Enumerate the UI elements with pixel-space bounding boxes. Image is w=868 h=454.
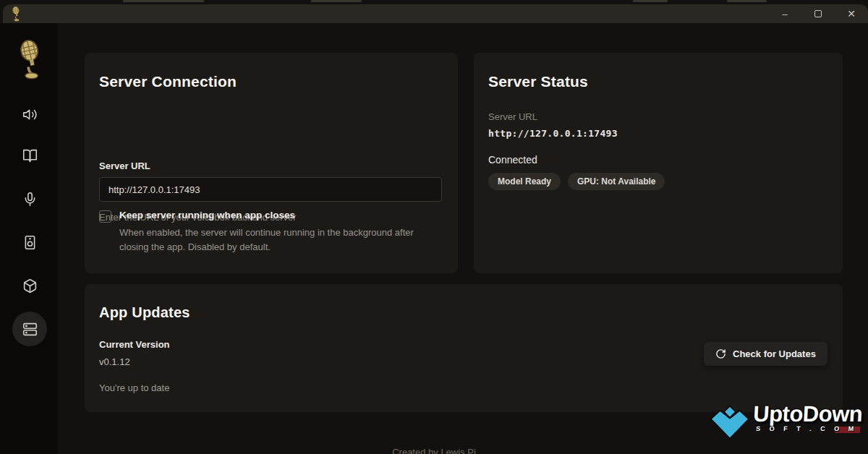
footer-credit: Created by Lewis Pi (392, 447, 476, 454)
keep-server-running-label: Keep server running when app closes (119, 210, 295, 220)
clipped-text-fragment (311, 0, 362, 2)
panel-title: Server Status (488, 73, 588, 90)
sidebar (0, 23, 58, 454)
maximize-button[interactable] (801, 4, 835, 23)
app-updates-panel: App Updates Current Version v0.1.12 You'… (85, 284, 843, 412)
sidebar-item-library[interactable] (12, 138, 47, 173)
status-badges: Model Ready GPU: Not Available (488, 173, 665, 190)
titlebar: – ✕ (3, 4, 868, 23)
watermark-brand: UptoDown (753, 403, 864, 425)
sidebar-item-record[interactable] (12, 181, 47, 216)
connection-state: Connected (488, 154, 537, 166)
app-logo-icon (10, 6, 22, 22)
maximize-icon (814, 10, 822, 17)
minimize-button[interactable]: – (768, 4, 801, 23)
app-logo-icon (14, 39, 45, 80)
speaker-icon (22, 235, 38, 250)
sidebar-item-speaker[interactable] (12, 225, 47, 260)
clipped-text-fragment (727, 0, 767, 2)
microphone-icon (22, 192, 38, 207)
sidebar-item-server-settings[interactable] (12, 312, 47, 346)
status-url-value: http://127.0.0.1:17493 (488, 128, 618, 139)
server-url-label: Server URL (99, 160, 150, 171)
keep-server-running-checkbox[interactable] (99, 210, 111, 223)
panel-title: Server Connection (99, 73, 237, 90)
server-connection-panel: Server Connection Server URL Enter the U… (85, 53, 458, 273)
update-status-text: You're up to date (99, 382, 169, 393)
keep-server-running-description: When enabled, the server will continue r… (119, 226, 445, 254)
refresh-icon (715, 348, 726, 359)
app-window: – ✕ (0, 0, 868, 454)
clipped-text-fragment (633, 0, 668, 2)
check-for-updates-button[interactable]: Check for Updates (704, 342, 827, 366)
volume-icon (22, 107, 38, 122)
sidebar-item-audio[interactable] (12, 97, 47, 132)
uptodown-logo-icon (710, 405, 750, 441)
box-icon (22, 278, 38, 294)
uptodown-wordmark: UptoDown S O F T . C O M (752, 403, 863, 432)
current-version-value: v0.1.12 (99, 356, 130, 367)
check-for-updates-label: Check for Updates (733, 348, 816, 359)
book-open-icon (22, 148, 38, 163)
watermark-subtext: S O F T . C O M (756, 425, 858, 432)
close-button[interactable]: ✕ (835, 4, 868, 23)
window-controls: – ✕ (768, 4, 868, 23)
current-version-label: Current Version (99, 339, 170, 350)
sidebar-item-models[interactable] (12, 268, 47, 303)
panel-title: App Updates (99, 304, 190, 321)
server-url-input[interactable] (99, 177, 442, 202)
status-url-label: Server URL (488, 111, 537, 122)
server-status-panel: Server Status Server URL http://127.0.0.… (474, 53, 843, 273)
uptodown-watermark: UptoDown S O F T . C O M (710, 403, 862, 441)
model-ready-badge: Model Ready (488, 173, 561, 190)
server-icon (22, 322, 38, 337)
clipped-text-fragment (123, 0, 204, 2)
gpu-status-badge: GPU: Not Available (568, 173, 665, 190)
